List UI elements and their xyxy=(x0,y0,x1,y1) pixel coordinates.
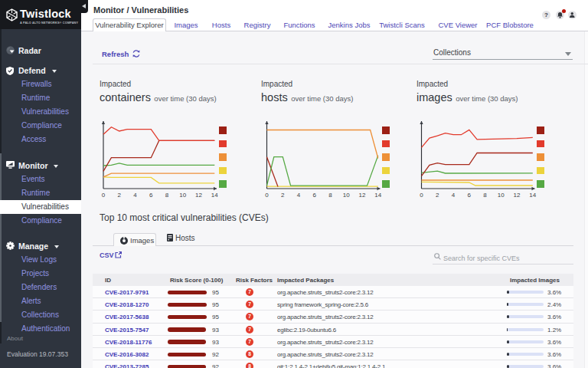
svg-text:0: 0 xyxy=(265,192,269,199)
svg-text:4: 4 xyxy=(297,192,301,199)
svg-text:10: 10 xyxy=(179,192,186,199)
svg-text:6: 6 xyxy=(313,192,317,199)
svg-text:4: 4 xyxy=(133,192,137,199)
svg-text:8: 8 xyxy=(328,192,332,199)
svg-text:6: 6 xyxy=(468,192,472,199)
svg-text:8: 8 xyxy=(483,192,487,199)
svg-text:10: 10 xyxy=(498,192,505,199)
svg-text:8: 8 xyxy=(165,192,169,199)
svg-text:14: 14 xyxy=(211,192,218,199)
svg-text:12: 12 xyxy=(514,192,521,199)
svg-text:14: 14 xyxy=(529,192,536,199)
svg-text:6: 6 xyxy=(149,192,153,199)
svg-text:14: 14 xyxy=(374,192,381,199)
svg-text:0: 0 xyxy=(102,192,106,199)
svg-text:0: 0 xyxy=(420,192,423,199)
svg-text:12: 12 xyxy=(195,192,202,199)
svg-text:4: 4 xyxy=(452,192,456,199)
svg-text:2: 2 xyxy=(436,192,439,199)
svg-text:12: 12 xyxy=(359,192,366,199)
svg-text:2: 2 xyxy=(118,192,122,199)
svg-text:2: 2 xyxy=(281,192,285,199)
svg-text:10: 10 xyxy=(343,192,350,199)
